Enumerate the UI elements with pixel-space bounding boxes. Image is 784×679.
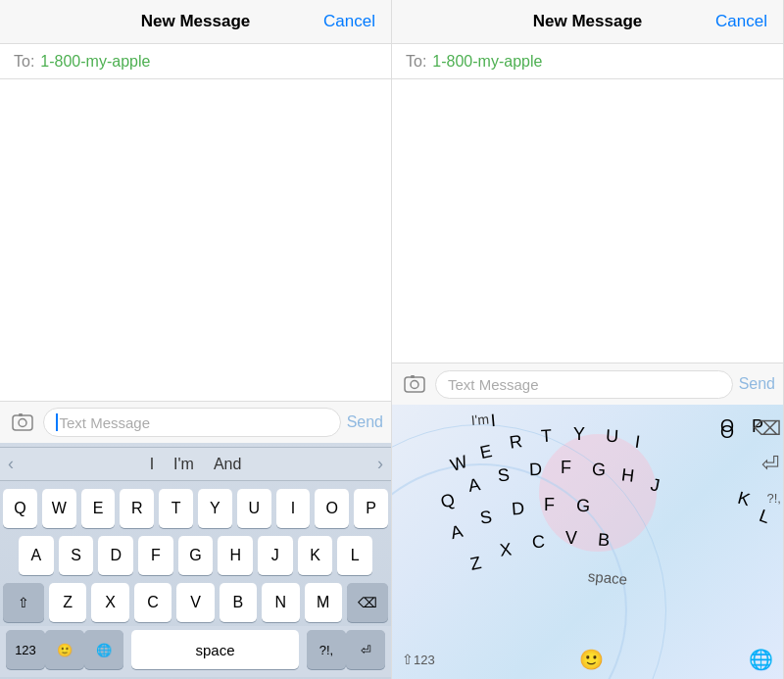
- left-key-m[interactable]: M: [305, 583, 342, 622]
- left-key-v[interactable]: V: [176, 583, 214, 622]
- right-backspace-key[interactable]: ⌫: [754, 416, 781, 440]
- right-globe-curved[interactable]: 🌐: [749, 648, 773, 671]
- left-message-body: [0, 79, 391, 401]
- left-key-j[interactable]: J: [258, 536, 293, 575]
- left-to-field: To: 1-800-my-apple: [0, 44, 391, 79]
- left-key-b[interactable]: B: [220, 583, 257, 622]
- left-pred-word2[interactable]: I'm: [173, 456, 194, 473]
- left-key-s[interactable]: S: [59, 536, 94, 575]
- left-key-i[interactable]: I: [276, 489, 311, 528]
- right-key-h[interactable]: H: [620, 464, 635, 486]
- right-key-d[interactable]: D: [529, 460, 543, 480]
- right-key-x[interactable]: X: [499, 539, 513, 560]
- left-pred-word1[interactable]: I: [150, 456, 154, 473]
- right-key-r[interactable]: R: [509, 431, 524, 454]
- right-key-y[interactable]: Y: [573, 424, 585, 445]
- right-key-c[interactable]: C: [531, 532, 545, 554]
- left-cancel-button[interactable]: Cancel: [323, 12, 375, 31]
- left-key-g[interactable]: G: [178, 536, 214, 575]
- left-key-y[interactable]: Y: [198, 489, 232, 528]
- left-predictive-bar: ‹ I I'm And ›: [0, 447, 391, 481]
- right-panel: New Message Cancel To: 1-800-my-apple Te…: [392, 0, 784, 679]
- right-key-l[interactable]: L: [757, 506, 773, 528]
- svg-point-1: [19, 419, 26, 427]
- right-key-t[interactable]: T: [540, 426, 552, 448]
- right-header-title: New Message: [533, 12, 643, 31]
- left-key-a[interactable]: A: [19, 536, 54, 575]
- left-key-n[interactable]: N: [262, 583, 299, 622]
- left-keyboard: ‹ I I'm And › Q W E R T Y U I O P: [0, 443, 391, 679]
- left-space-key[interactable]: space: [131, 630, 299, 669]
- right-key-f[interactable]: F: [561, 458, 571, 478]
- left-key-z[interactable]: Z: [49, 583, 86, 622]
- right-text-input[interactable]: Text Message: [435, 370, 733, 399]
- right-message-body: [392, 79, 783, 363]
- left-key-x[interactable]: X: [91, 583, 128, 622]
- right-curved-bottom-bar: ⇧ 123 🙂 🌐: [392, 644, 783, 679]
- left-key-h[interactable]: H: [218, 536, 253, 575]
- left-pred-word3[interactable]: And: [214, 456, 241, 473]
- right-to-label: To:: [406, 53, 426, 71]
- left-key-t[interactable]: T: [159, 489, 193, 528]
- left-emoji-key[interactable]: 🙂: [45, 630, 84, 669]
- right-shift-curved[interactable]: ⇧: [402, 652, 414, 667]
- right-123-curved[interactable]: 123: [414, 653, 435, 667]
- right-send-button[interactable]: Send: [739, 375, 775, 393]
- right-input-bar: Text Message Send: [392, 363, 783, 405]
- left-key-u[interactable]: U: [237, 489, 271, 528]
- right-key-d-r4[interactable]: D: [511, 499, 524, 520]
- right-key-b[interactable]: B: [597, 530, 610, 552]
- left-header-title: New Message: [141, 12, 251, 31]
- left-shift-key[interactable]: ⇧: [3, 583, 44, 622]
- left-text-input[interactable]: Text Message: [43, 408, 341, 437]
- left-camera-icon[interactable]: [8, 408, 37, 437]
- left-input-placeholder: Text Message: [60, 414, 151, 431]
- svg-rect-3: [405, 377, 424, 392]
- left-key-k[interactable]: K: [298, 536, 333, 575]
- left-key-row-2: A S D F G H J K L: [3, 536, 388, 575]
- left-key-r[interactable]: R: [120, 489, 154, 528]
- left-key-rows: Q W E R T Y U I O P A S D F G H J K L: [0, 481, 391, 626]
- left-pred-words: I I'm And: [14, 456, 377, 473]
- left-delete-key[interactable]: ⌫: [347, 583, 388, 622]
- left-header: New Message Cancel: [0, 0, 391, 44]
- right-key-s[interactable]: S: [497, 464, 511, 486]
- right-key-im-top[interactable]: I'm: [470, 411, 490, 428]
- left-globe-key[interactable]: 🌐: [84, 630, 123, 669]
- right-key-i-row2[interactable]: I: [634, 432, 642, 453]
- left-key-o[interactable]: O: [315, 489, 349, 528]
- left-send-button[interactable]: Send: [347, 413, 383, 431]
- left-key-w[interactable]: W: [42, 489, 76, 528]
- left-key-q[interactable]: Q: [3, 489, 37, 528]
- left-key-f[interactable]: F: [138, 536, 173, 575]
- left-pred-right-arrow[interactable]: ›: [377, 454, 383, 474]
- right-key-g[interactable]: G: [591, 460, 606, 481]
- right-return-key[interactable]: ⏎: [761, 452, 779, 477]
- right-cancel-button[interactable]: Cancel: [715, 12, 767, 31]
- left-key-l[interactable]: L: [337, 536, 372, 575]
- right-key-o-row2[interactable]: O: [720, 422, 734, 443]
- svg-rect-2: [19, 413, 23, 416]
- right-camera-icon[interactable]: [400, 369, 429, 399]
- left-123-key[interactable]: 123: [6, 630, 45, 669]
- svg-rect-0: [13, 415, 32, 430]
- right-key-i-pred[interactable]: I: [490, 411, 497, 431]
- left-return-key[interactable]: ⏎: [346, 630, 385, 669]
- right-key-g-r4[interactable]: G: [575, 496, 590, 517]
- right-space-curved[interactable]: space: [587, 567, 627, 587]
- right-emoji-curved[interactable]: 🙂: [579, 648, 604, 671]
- left-key-row-3: ⇧ Z X C V B N M ⌫: [3, 583, 388, 622]
- right-to-value: 1-800-my-apple: [432, 53, 542, 71]
- left-key-c[interactable]: C: [134, 583, 172, 622]
- right-key-v[interactable]: V: [565, 528, 577, 549]
- right-key-k[interactable]: K: [735, 488, 752, 510]
- left-panel: New Message Cancel To: 1-800-my-apple Te…: [0, 0, 392, 679]
- left-punct-key[interactable]: ?!,: [307, 630, 346, 669]
- left-key-d[interactable]: D: [98, 536, 133, 575]
- right-key-f-r4[interactable]: F: [544, 495, 555, 515]
- left-input-bar: Text Message Send: [0, 401, 391, 443]
- right-punct-curved[interactable]: ?!,: [767, 491, 781, 506]
- left-key-p[interactable]: P: [354, 489, 388, 528]
- left-key-e[interactable]: E: [81, 489, 116, 528]
- right-key-u[interactable]: U: [605, 426, 618, 448]
